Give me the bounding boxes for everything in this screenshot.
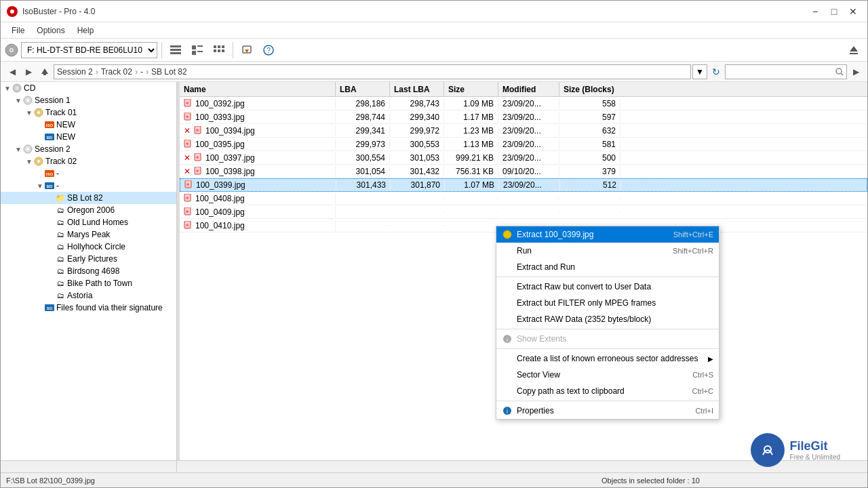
- table-row[interactable]: ✲ 100_0392.jpg 298,186 298,743 1.09 MB 2…: [180, 97, 867, 110]
- view-detail-btn[interactable]: [188, 41, 207, 60]
- tree-item-bikepath[interactable]: 🗂 Bike Path to Town: [1, 277, 176, 289]
- svg-text:i: i: [507, 336, 508, 343]
- ctx-extract-mpeg[interactable]: Extract but FILTER only MPEG frames: [496, 295, 719, 311]
- tree-item-filesig[interactable]: SIG Files found via their signature: [1, 302, 176, 314]
- table-row[interactable]: ✲ 100_0393.jpg 298,744 299,340 1.17 MB 2…: [180, 110, 867, 124]
- col-header-modified[interactable]: Modified: [498, 82, 559, 96]
- ctx-extract-rawdata[interactable]: Extract RAW Data (2352 bytes/block): [496, 311, 719, 327]
- tree-item-hollyhock[interactable]: 🗂 Hollyhock Circle: [1, 241, 176, 253]
- tree-item-new2[interactable]: BD NEW: [1, 131, 176, 143]
- tree-label-session1: Session 1: [35, 96, 71, 105]
- tree-item-track02[interactable]: ▼ Track 02: [1, 155, 176, 167]
- ctx-sector-shortcut: Ctrl+S: [692, 371, 713, 379]
- bottom-scroll-panels: [1, 460, 867, 472]
- tree-item-oldlund[interactable]: 🗂 Old Lund Homes: [1, 216, 176, 228]
- ctx-extract-raw[interactable]: Extract Raw but convert to User Data: [496, 279, 719, 295]
- ctx-create-list[interactable]: Create a list of known erroneous sector …: [496, 350, 719, 367]
- table-row[interactable]: ✕ ✲ 100_0398.jpg 301,054 301,432 756.31 …: [180, 165, 867, 178]
- svg-text:✲: ✲: [186, 223, 189, 227]
- tree-item-cd[interactable]: ▼ CD: [1, 82, 176, 94]
- tree-label-session2: Session 2: [35, 144, 71, 154]
- menu-options[interactable]: Options: [31, 24, 70, 37]
- tree-item-minus-bd[interactable]: ▼ BD -: [1, 180, 176, 192]
- main-window: IsoBuster - Pro - 4.0 − □ ✕ File Options…: [0, 0, 868, 488]
- breadcrumb[interactable]: Session 2 › Track 02 › - › SB Lot 82: [54, 64, 691, 79]
- ctx-sector-view[interactable]: Sector View Ctrl+S: [496, 367, 719, 383]
- ctx-extract[interactable]: Extract 100_0399.jpg Shift+Ctrl+E: [496, 226, 719, 243]
- help-btn[interactable]: ?: [259, 41, 278, 60]
- astoria-icon: 🗂: [55, 290, 66, 301]
- col-header-blocks[interactable]: Size (Blocks): [559, 82, 620, 96]
- table-row[interactable]: ✲ 100_0408.jpg: [180, 192, 867, 205]
- minus-iso-icon: ISO: [44, 168, 55, 179]
- svg-text:i: i: [507, 408, 508, 415]
- menu-help[interactable]: Help: [72, 24, 100, 37]
- error-icon-0397: ✕: [184, 153, 191, 163]
- svg-rect-15: [214, 49, 216, 52]
- tree-item-new1[interactable]: ISO NEW: [1, 119, 176, 131]
- drive-selector[interactable]: F: HL-DT-ST BD-RE BE06LU10: [21, 42, 157, 58]
- minimize-button[interactable]: −: [806, 4, 824, 19]
- ctx-props-icon: i: [502, 405, 513, 416]
- view-list-btn[interactable]: [166, 41, 185, 60]
- tree-label-cd: CD: [24, 83, 35, 93]
- file-icon-0410: ✲: [184, 221, 193, 230]
- close-button[interactable]: ✕: [844, 4, 862, 19]
- ctx-run[interactable]: Run Shift+Ctrl+R: [496, 243, 719, 259]
- ctx-copy-path[interactable]: Copy path as text to clipboard Ctrl+C: [496, 383, 719, 399]
- maximize-button[interactable]: □: [825, 4, 843, 19]
- svg-point-26: [836, 68, 842, 74]
- table-row[interactable]: ✕ ✲ 100_0397.jpg 300,554 301,053 999.21 …: [180, 151, 867, 165]
- extract-btn[interactable]: [237, 41, 256, 60]
- refresh-btn[interactable]: ↻: [709, 64, 724, 79]
- tree-item-sblot82[interactable]: 📁 SB Lot 82: [1, 192, 176, 204]
- svg-rect-13: [218, 45, 220, 48]
- col-header-name[interactable]: Name: [180, 82, 336, 96]
- table-row-selected[interactable]: ✲ 100_0399.jpg 301,433 301,870 1.07 MB 2…: [180, 178, 867, 192]
- menu-file[interactable]: File: [6, 24, 30, 37]
- session1-icon: [22, 95, 33, 106]
- nav-forward-btn[interactable]: ▶: [21, 64, 36, 79]
- col-header-lba[interactable]: LBA: [336, 82, 390, 96]
- ctx-create-list-arrow: ▶: [708, 355, 713, 363]
- col-header-lastlba[interactable]: Last LBA: [390, 82, 444, 96]
- tree-item-maryspeak[interactable]: 🗂 Marys Peak: [1, 228, 176, 241]
- search-input[interactable]: [725, 64, 847, 79]
- view-grid-btn[interactable]: [210, 41, 229, 60]
- ctx-extract-run[interactable]: Extract and Run: [496, 259, 719, 275]
- tree-item-session1[interactable]: ▼ Session 1: [1, 94, 176, 106]
- svg-text:✲: ✲: [196, 128, 199, 132]
- nav-up-btn[interactable]: [37, 64, 52, 79]
- ctx-create-list-label: Create a list of known erroneous sector …: [517, 354, 698, 363]
- sblot82-icon: 📁: [55, 192, 66, 203]
- tree-item-track01[interactable]: ▼ Track 01: [1, 106, 176, 119]
- eject-btn[interactable]: [844, 41, 863, 60]
- breadcrumb-dropdown[interactable]: ▼: [692, 64, 707, 79]
- tree-item-birdsong[interactable]: 🗂 Birdsong 4698: [1, 265, 176, 277]
- table-row[interactable]: ✲ 100_0395.jpg 299,973 300,553 1.13 MB 2…: [180, 138, 867, 151]
- svg-point-34: [37, 111, 40, 114]
- search-options-btn[interactable]: ▶: [848, 64, 863, 79]
- svg-rect-7: [170, 52, 181, 54]
- search-button[interactable]: [832, 64, 847, 79]
- tree-item-oregon[interactable]: 🗂 Oregon 2006: [1, 204, 176, 216]
- search-wrapper: [725, 64, 847, 79]
- file-icon-0395: ✲: [184, 140, 193, 149]
- svg-point-4: [11, 49, 13, 51]
- tree-hscroll[interactable]: [1, 461, 177, 472]
- tree-item-session2[interactable]: ▼ Session 2: [1, 143, 176, 155]
- svg-text:ISO: ISO: [46, 172, 54, 176]
- table-row[interactable]: ✲ 100_0409.jpg: [180, 205, 867, 219]
- svg-rect-25: [43, 73, 46, 75]
- ctx-properties[interactable]: i Properties Ctrl+I: [496, 403, 719, 419]
- tree-item-minus-iso[interactable]: ISO -: [1, 167, 176, 180]
- hollyhock-icon: 🗂: [55, 241, 66, 252]
- table-row[interactable]: ✕ ✲ 100_0394.jpg 299,341 299,972 1.23 MB…: [180, 124, 867, 138]
- tree-item-earlypic[interactable]: 🗂 Early Pictures: [1, 253, 176, 265]
- svg-rect-9: [197, 45, 203, 47]
- svg-point-69: [503, 230, 511, 239]
- tree-item-astoria[interactable]: 🗂 Astoria: [1, 289, 176, 302]
- nav-back-btn[interactable]: ◀: [5, 64, 20, 79]
- col-header-size[interactable]: Size: [444, 82, 498, 96]
- svg-point-42: [37, 160, 40, 163]
